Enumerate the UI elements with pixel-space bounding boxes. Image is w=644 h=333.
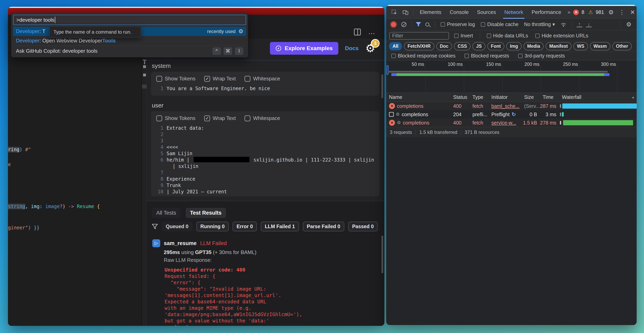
- type-filter-css[interactable]: CSS: [454, 42, 470, 50]
- blocked-requests-checkbox[interactable]: Blocked requests: [464, 53, 509, 59]
- column-status[interactable]: Status: [450, 94, 470, 100]
- column-waterfall[interactable]: Waterfall▲: [559, 94, 637, 100]
- initiator-cell[interactable]: Preflight↻: [488, 111, 521, 118]
- scrollbar-thumb[interactable]: [382, 235, 383, 273]
- disable-cache-checkbox[interactable]: Disable cache: [481, 22, 518, 27]
- error-count[interactable]: 8: [582, 9, 584, 15]
- show-tokens-checkbox[interactable]: Show Tokens: [156, 115, 196, 121]
- counter-queued[interactable]: Queued 0: [162, 222, 192, 231]
- tab-elements[interactable]: Elements: [416, 6, 445, 19]
- type-filter-doc[interactable]: Doc: [436, 42, 452, 50]
- network-conditions-icon[interactable]: [558, 22, 568, 27]
- column-size[interactable]: Size: [521, 94, 540, 100]
- tab-all-tests[interactable]: All Tests: [152, 208, 180, 218]
- docs-link[interactable]: Docs: [345, 45, 358, 52]
- code-editor[interactable]: ring) #" e string, img: image?) -> Resum…: [8, 15, 142, 326]
- timeline-tick: 200 ms: [510, 62, 540, 67]
- wrap-text-checkbox[interactable]: ✓Wrap Text: [204, 76, 236, 82]
- initiator-link[interactable]: service-w...: [488, 120, 521, 126]
- throttling-dropdown[interactable]: No throttling▾: [524, 22, 555, 27]
- import-har-icon[interactable]: ↑: [576, 22, 582, 27]
- filter-toggle-icon[interactable]: [416, 22, 422, 27]
- filter-funnel-icon[interactable]: [152, 224, 158, 229]
- column-initiator[interactable]: Initiator: [488, 94, 521, 100]
- warning-icon[interactable]: ⚠: [588, 9, 593, 15]
- devtools-close-icon[interactable]: ✕: [628, 9, 637, 16]
- column-time[interactable]: Time: [540, 94, 559, 100]
- clear-network-log-icon[interactable]: [401, 22, 406, 27]
- network-toolbar: Preserve log Disable cache No throttling…: [386, 19, 637, 30]
- table-row[interactable]: ✕⚙completions 400 fetch service-w... 1.5…: [386, 119, 637, 127]
- request-name-cell[interactable]: ✕completions: [386, 103, 450, 109]
- wrap-text-checkbox[interactable]: ✓Wrap Text: [204, 115, 236, 121]
- counter-error[interactable]: Error 0: [232, 222, 257, 231]
- tab-network[interactable]: Network: [501, 6, 527, 19]
- whitespace-checkbox[interactable]: Whitespace: [244, 76, 280, 82]
- type-filter-wasm[interactable]: Wasm: [590, 42, 610, 50]
- preserve-log-checkbox[interactable]: Preserve log: [441, 22, 475, 27]
- playground-settings-gear[interactable]: ⚙ 3: [365, 42, 378, 55]
- network-filter-input[interactable]: [390, 32, 449, 40]
- devtools-menu-icon[interactable]: ⋮: [617, 9, 627, 16]
- hide-extension-urls-checkbox[interactable]: Hide extension URLs: [535, 33, 588, 39]
- test-status-badge: LLM Failed: [200, 240, 227, 246]
- user-prompt-line: 2: [156, 131, 374, 138]
- error-count-icon[interactable]: ✕: [573, 10, 579, 15]
- tab-console[interactable]: Console: [446, 6, 472, 19]
- gear-icon[interactable]: ⚙: [238, 28, 243, 35]
- record-network-log-icon[interactable]: [391, 22, 396, 27]
- table-header[interactable]: Name Status Type Initiator Size Time Wat…: [386, 93, 637, 102]
- request-name-cell[interactable]: ✕⚙completions: [386, 120, 450, 126]
- checkbox-box: [441, 22, 445, 27]
- table-row[interactable]: ✕completions 400 fetch baml_sche... (Ser…: [386, 102, 637, 110]
- type-filter-ws[interactable]: WS: [574, 42, 588, 50]
- hide-data-urls-checkbox[interactable]: Hide data URLs: [487, 33, 528, 39]
- strip-letter: T: [142, 58, 147, 66]
- network-settings-gear-icon[interactable]: ⚙: [624, 21, 634, 28]
- counter-llm-failed[interactable]: LLM Failed 1: [261, 222, 299, 231]
- whitespace-checkbox[interactable]: Whitespace: [244, 115, 280, 121]
- split-editor-icon[interactable]: [354, 29, 361, 36]
- type-filter-fetch-xhr[interactable]: Fetch/XHR: [404, 42, 434, 50]
- type-filter-media[interactable]: Media: [524, 42, 544, 50]
- tab-test-results[interactable]: Test Results: [186, 208, 226, 218]
- run-test-button[interactable]: ▷: [152, 239, 160, 247]
- network-overview-timeline[interactable]: 50 ms 100 ms 150 ms 200 ms 250 ms 300 ms: [386, 61, 637, 93]
- show-tokens-checkbox[interactable]: Show Tokens: [156, 76, 196, 82]
- tab-performance[interactable]: Performance: [528, 6, 565, 19]
- initiator-link[interactable]: baml_sche...: [488, 103, 521, 109]
- code-token: {: [97, 204, 100, 209]
- invert-checkbox[interactable]: Invert: [454, 33, 473, 39]
- type-filter-all[interactable]: All: [389, 42, 402, 50]
- table-row[interactable]: ⚙completions 204 prefli... Preflight↻ 0 …: [386, 110, 637, 119]
- more-tabs-icon[interactable]: »: [566, 9, 572, 15]
- panel-divider-strip[interactable]: T: [142, 15, 147, 326]
- type-filter-js[interactable]: JS: [472, 42, 485, 50]
- tab-sources[interactable]: Sources: [474, 6, 500, 19]
- third-party-requests-checkbox[interactable]: 3rd-party requests: [518, 53, 565, 59]
- baml-playground-panel: ⋯ Explore Examples Docs ⚙ 3 system: [147, 15, 384, 326]
- more-actions-icon[interactable]: ⋯: [368, 32, 376, 36]
- timeline-drag-handle[interactable]: [386, 65, 388, 75]
- device-toolbar-icon[interactable]: [400, 9, 410, 15]
- command-palette-input[interactable]: >developer tools: [13, 15, 246, 25]
- counter-parse-failed[interactable]: Parse Failed 0: [303, 222, 344, 231]
- type-filter-manifest[interactable]: Manifest: [546, 42, 571, 50]
- blocked-response-cookies-checkbox[interactable]: Blocked response cookies: [391, 53, 455, 59]
- search-icon[interactable]: [425, 23, 429, 27]
- counter-passed[interactable]: Passed 0: [348, 222, 378, 231]
- warning-count[interactable]: 981: [596, 9, 604, 15]
- type-filter-other[interactable]: Other: [612, 42, 632, 50]
- counter-running[interactable]: Running 0: [196, 222, 228, 231]
- explore-examples-button[interactable]: Explore Examples: [270, 42, 338, 55]
- type-filter-font[interactable]: Font: [487, 42, 504, 50]
- devtools-settings-icon[interactable]: ⚙: [606, 9, 616, 16]
- type-filter-img[interactable]: Img: [506, 42, 522, 50]
- palette-item-ask-copilot[interactable]: Ask GitHub Copilot: developer tools ^ ⌘ …: [13, 46, 246, 56]
- column-name[interactable]: Name: [386, 94, 450, 100]
- scrollbar-thumb[interactable]: [382, 74, 383, 98]
- inspect-element-icon[interactable]: [390, 9, 399, 15]
- export-har-icon[interactable]: ↓: [586, 22, 592, 27]
- column-type[interactable]: Type: [470, 94, 488, 100]
- request-name-cell[interactable]: ⚙completions: [386, 112, 450, 117]
